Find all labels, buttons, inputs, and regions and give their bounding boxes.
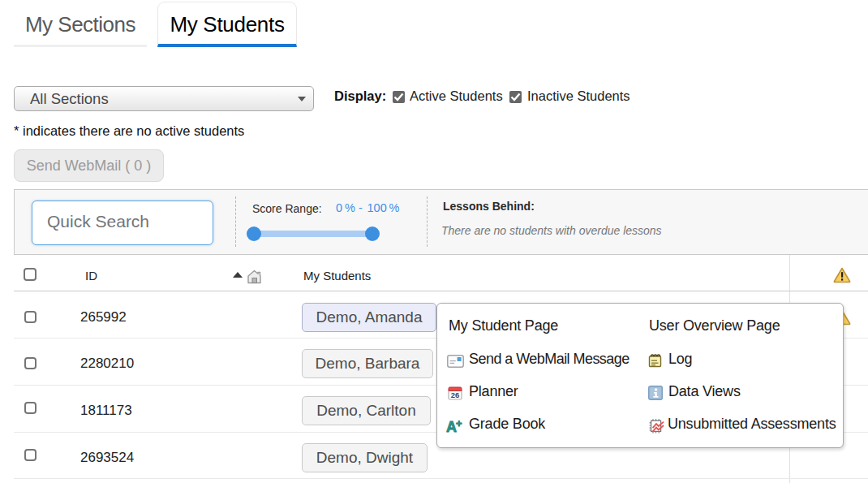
svg-text:+: + [456,418,462,429]
svg-text:26: 26 [451,390,460,399]
